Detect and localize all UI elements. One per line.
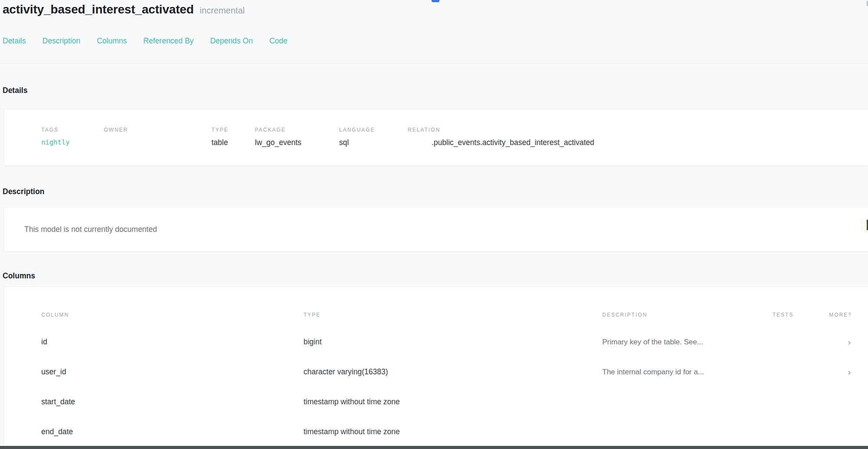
details-card: TAGS nightly OWNER TYPE table PACKAGE lw… — [3, 109, 868, 166]
table-row[interactable]: user_id character varying(16383) The int… — [4, 357, 868, 387]
field-language: LANGUAGE sql — [339, 127, 408, 165]
field-relation-value: .public_events.activity_based_interest_a… — [408, 138, 868, 147]
tab-columns[interactable]: Columns — [97, 36, 127, 46]
column-name: end_date — [41, 427, 304, 436]
field-type: TYPE table — [211, 127, 255, 165]
field-tags-label: TAGS — [41, 127, 104, 133]
description-section-heading: Description — [0, 187, 868, 196]
column-name: id — [41, 337, 304, 347]
column-description: Primary key of the table. See... — [602, 338, 772, 347]
field-tags: TAGS nightly — [41, 127, 104, 165]
th-type: TYPE — [304, 312, 602, 318]
page-title: activity_based_interest_activated — [3, 2, 194, 17]
column-type: timestamp without time zone — [304, 427, 602, 436]
description-card: This model is not currently documented — [3, 207, 868, 252]
field-type-label: TYPE — [211, 127, 255, 133]
column-description: The internal company id for a... — [602, 368, 772, 376]
th-more: MORE? — [824, 312, 868, 318]
header-divider — [0, 63, 868, 64]
columns-table-header: COLUMN TYPE DESCRIPTION TESTS MORE? — [4, 312, 868, 318]
field-package: PACKAGE lw_go_events — [255, 127, 339, 165]
tag-link-nightly[interactable]: nightly — [41, 138, 104, 147]
column-name: user_id — [41, 367, 304, 376]
cropped-link-fragment — [432, 0, 439, 2]
field-owner: OWNER — [104, 127, 211, 165]
field-package-label: PACKAGE — [255, 127, 339, 133]
chevron-right-icon[interactable]: › — [824, 367, 868, 377]
table-row[interactable]: start_date timestamp without time zone — [4, 387, 868, 417]
th-column: COLUMN — [41, 312, 304, 318]
column-type: bigint — [304, 337, 602, 347]
chevron-right-icon[interactable]: › — [824, 337, 868, 347]
cropped-edge-highlight — [861, 218, 867, 231]
columns-section-heading: Columns — [0, 271, 868, 281]
description-placeholder-text: This model is not currently documented — [24, 225, 157, 234]
field-owner-label: OWNER — [104, 127, 211, 133]
field-language-value: sql — [339, 138, 408, 147]
tab-description[interactable]: Description — [43, 36, 81, 46]
column-name: start_date — [41, 397, 304, 406]
details-section-heading: Details — [0, 86, 868, 95]
th-description: DESCRIPTION — [602, 312, 772, 318]
model-materialization-badge: incremental — [200, 6, 244, 16]
th-tests: TESTS — [772, 312, 824, 318]
field-language-label: LANGUAGE — [339, 127, 408, 133]
columns-card: COLUMN TYPE DESCRIPTION TESTS MORE? id b… — [3, 287, 868, 448]
tab-referenced-by[interactable]: Referenced By — [143, 36, 194, 46]
window-edge-bar — [0, 446, 868, 449]
field-type-value: table — [211, 138, 255, 147]
model-docs-page: activity_based_interest_activated increm… — [0, 0, 868, 449]
tab-depends-on[interactable]: Depends On — [210, 36, 253, 46]
page-header: activity_based_interest_activated increm… — [0, 0, 868, 17]
tab-details[interactable]: Details — [3, 36, 26, 46]
field-package-value: lw_go_events — [255, 138, 339, 147]
table-row[interactable]: end_date timestamp without time zone — [4, 417, 868, 447]
tab-code[interactable]: Code — [269, 36, 287, 46]
table-row[interactable]: id bigint Primary key of the table. See.… — [4, 327, 868, 357]
field-relation: RELATION .public_events.activity_based_i… — [408, 127, 868, 165]
column-type: timestamp without time zone — [304, 397, 602, 406]
section-nav: Details Description Columns Referenced B… — [3, 36, 868, 46]
column-type: character varying(16383) — [304, 367, 602, 376]
columns-table-body: id bigint Primary key of the table. See.… — [4, 327, 868, 447]
field-relation-label: RELATION — [408, 127, 868, 133]
